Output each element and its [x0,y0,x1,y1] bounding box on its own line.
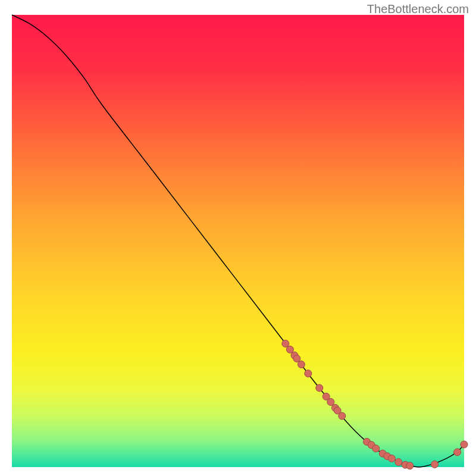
data-marker [372,445,380,452]
data-marker [305,370,312,377]
data-marker [406,462,414,469]
data-marker [395,459,402,466]
data-marker [286,346,293,353]
data-marker [316,384,323,392]
data-marker [282,340,289,347]
data-marker [431,461,439,468]
data-marker [293,355,300,362]
data-marker [339,412,346,419]
data-marker [327,399,334,406]
bottleneck-curve-line [12,15,464,467]
chart-foreground [12,15,464,467]
data-marker [461,441,468,448]
data-marker [298,361,305,368]
chart-plot-area [12,15,464,467]
data-marker [454,449,461,456]
watermark-text: TheBottleneck.com [367,2,469,16]
data-markers-group [282,340,468,469]
data-marker [388,455,395,462]
